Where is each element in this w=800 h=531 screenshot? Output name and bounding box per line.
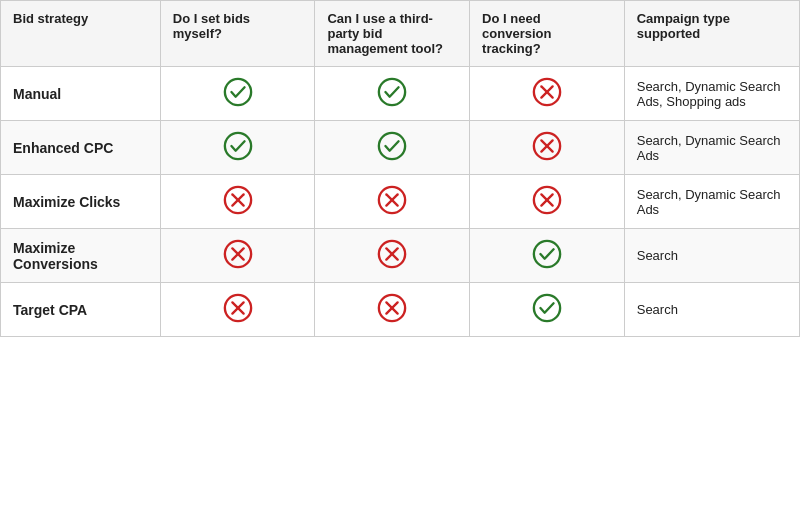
header-set-bids: Do I set bids myself? xyxy=(160,1,315,67)
third-party-cell xyxy=(315,283,470,337)
third-party-cell xyxy=(315,175,470,229)
table-row: Target CPA Search xyxy=(1,283,800,337)
svg-point-1 xyxy=(379,79,405,105)
conversion-cell xyxy=(470,67,625,121)
strategy-name: Maximize Conversions xyxy=(1,229,161,283)
conversion-cell xyxy=(470,229,625,283)
header-conversion: Do I need conversion tracking? xyxy=(470,1,625,67)
header-bid-strategy: Bid strategy xyxy=(1,1,161,67)
set-bids-cell xyxy=(160,175,315,229)
header-campaign-type: Campaign type supported xyxy=(624,1,799,67)
set-bids-cell xyxy=(160,67,315,121)
conversion-cell xyxy=(470,283,625,337)
table-row: Maximize Conversions Search xyxy=(1,229,800,283)
bid-strategy-table: Bid strategy Do I set bids myself? Can I… xyxy=(0,0,800,337)
conversion-cell xyxy=(470,121,625,175)
set-bids-cell xyxy=(160,229,315,283)
header-third-party: Can I use a third-party bid management t… xyxy=(315,1,470,67)
campaign-type-cell: Search xyxy=(624,283,799,337)
conversion-cell xyxy=(470,175,625,229)
table-row: Maximize Clicks Search, Dynamic Search A… xyxy=(1,175,800,229)
strategy-name: Maximize Clicks xyxy=(1,175,161,229)
table-row: Enhanced CPC Search, Dynamic Search Ads xyxy=(1,121,800,175)
svg-point-0 xyxy=(224,79,250,105)
third-party-cell xyxy=(315,121,470,175)
third-party-cell xyxy=(315,67,470,121)
svg-point-25 xyxy=(534,241,560,267)
campaign-type-cell: Search, Dynamic Search Ads xyxy=(624,175,799,229)
set-bids-cell xyxy=(160,283,315,337)
svg-point-6 xyxy=(379,133,405,159)
strategy-name: Target CPA xyxy=(1,283,161,337)
campaign-type-cell: Search xyxy=(624,229,799,283)
campaign-type-cell: Search, Dynamic Search Ads xyxy=(624,121,799,175)
third-party-cell xyxy=(315,229,470,283)
table-row: Manual Search, Dynamic Search Ads, Shopp… xyxy=(1,67,800,121)
strategy-name: Enhanced CPC xyxy=(1,121,161,175)
campaign-type-cell: Search, Dynamic Search Ads, Shopping ads xyxy=(624,67,799,121)
svg-point-5 xyxy=(224,133,250,159)
set-bids-cell xyxy=(160,121,315,175)
strategy-name: Manual xyxy=(1,67,161,121)
svg-point-32 xyxy=(534,295,560,321)
